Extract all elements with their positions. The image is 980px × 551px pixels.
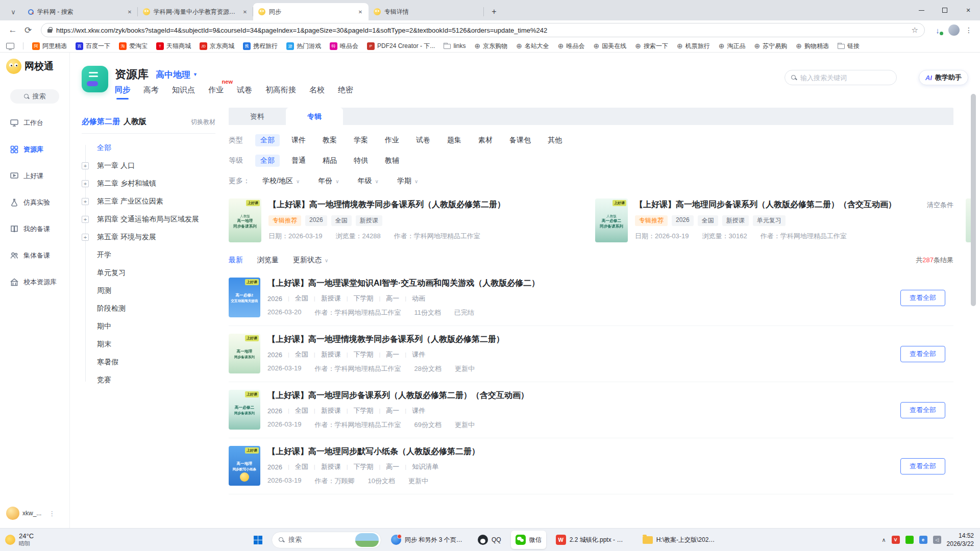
bookmark[interactable]: ⊕名站大全 bbox=[516, 42, 549, 51]
taskbar-app-wechat[interactable]: 微信 bbox=[511, 531, 546, 549]
bookmark[interactable]: ⊕京东购物 bbox=[474, 42, 507, 51]
filter-dropdown-year[interactable]: 年份∨ bbox=[318, 177, 339, 186]
filter-option[interactable]: 教案 bbox=[317, 134, 342, 146]
bookmark[interactable]: 特唯品会 bbox=[330, 42, 358, 51]
browser-tab[interactable]: 学科网 - 搜索 ✕ bbox=[22, 3, 138, 20]
search-input[interactable] bbox=[800, 74, 890, 82]
taskbar-app-browser[interactable]: 同步 和另外 3 个页面 - M bbox=[386, 531, 468, 549]
nav-tab-papers[interactable]: 试卷 bbox=[237, 85, 252, 95]
nav-tab-homework[interactable]: 作业new bbox=[208, 85, 224, 95]
tray-icon[interactable]: e bbox=[919, 536, 927, 544]
chapter-item[interactable]: 开学 bbox=[82, 246, 215, 264]
view-all-button[interactable]: 查看全部 bbox=[900, 458, 945, 474]
tray-icon[interactable] bbox=[905, 536, 914, 544]
album-list-item[interactable]: 上好课 高一地理同步默写小纸条 【上好课】高一地理同步默写小纸条（人教版必修第二… bbox=[229, 438, 953, 494]
taskbar-app-wps[interactable]: W 2.2 城镇化.pptx - WPS C bbox=[551, 531, 633, 549]
sidebar-item-school-library[interactable]: 校本资源库 bbox=[0, 269, 69, 295]
chapter-item[interactable]: 竞赛 bbox=[82, 371, 215, 389]
ai-assistant-button[interactable]: AI 教学助手 bbox=[919, 70, 968, 85]
expand-icon[interactable]: + bbox=[82, 162, 89, 169]
bookmark[interactable]: 游热门游戏 bbox=[286, 42, 321, 51]
album-list-item[interactable]: 上好课 高一必修2交互动画闯关游戏 【上好课】高一地理课堂知识AI智学·交互动画… bbox=[229, 270, 953, 326]
url-text[interactable]: https://wxt.xkw.com/zyk/books?stageId=4&… bbox=[56, 27, 908, 34]
taskbar-search-box[interactable]: 搜索 bbox=[272, 532, 381, 548]
bookmark-folder[interactable]: links bbox=[444, 42, 465, 49]
minimize-button[interactable] bbox=[910, 0, 933, 20]
sort-latest[interactable]: 最新 bbox=[229, 256, 243, 265]
bookmark[interactable]: ⊕搜索一下 bbox=[635, 42, 668, 51]
filter-dropdown-grade[interactable]: 年级∨ bbox=[358, 177, 379, 186]
filter-option[interactable]: 课件 bbox=[286, 134, 311, 146]
volume-icon[interactable]: ◁ bbox=[933, 536, 941, 544]
expand-icon[interactable]: + bbox=[82, 216, 89, 223]
filter-dropdown-region[interactable]: 学校/地区∨ bbox=[262, 177, 300, 186]
filter-option[interactable]: 素材 bbox=[473, 134, 498, 146]
clock[interactable]: 14:52 2026/3/22 bbox=[947, 532, 974, 548]
album-title[interactable]: 【上好课】高一地理情境教学同步备课系列（人教版必修第二册） bbox=[268, 199, 505, 210]
filter-option[interactable]: 其他 bbox=[543, 134, 567, 146]
filter-dropdown-term[interactable]: 学期∨ bbox=[397, 177, 418, 186]
expand-icon[interactable]: + bbox=[82, 198, 89, 205]
chapter-item[interactable]: 周测 bbox=[82, 282, 215, 299]
album-list-item[interactable]: 上好课 高一地理同步备课系列 【上好课】高一地理情境教学同步备课系列（人教版必修… bbox=[229, 326, 953, 382]
sidebar-item-my-prep[interactable]: 我的备课 bbox=[0, 216, 69, 242]
chapter-item[interactable]: 期中 bbox=[82, 317, 215, 335]
filter-option[interactable]: 普通 bbox=[286, 155, 311, 167]
browser-tab[interactable]: 学科网-海量中小学教育资源共享平 ✕ bbox=[138, 3, 253, 20]
bookmark[interactable]: PPDF24 Creator - 下... bbox=[367, 42, 435, 51]
user-menu-icon[interactable]: ⋮ bbox=[48, 510, 55, 517]
nav-tab-bridge[interactable]: 初高衔接 bbox=[265, 85, 296, 95]
sidebar-item-lesson[interactable]: 上好课 bbox=[0, 163, 69, 189]
filter-option[interactable]: 学案 bbox=[349, 134, 373, 146]
maximize-button[interactable] bbox=[933, 0, 957, 20]
browser-menu-icon[interactable]: ⋮ bbox=[963, 26, 975, 34]
chapter-item[interactable]: 单元复习 bbox=[82, 264, 215, 282]
subject-dropdown[interactable]: 高中地理 ▼ bbox=[156, 69, 198, 81]
user-account[interactable]: xkw_... ⋮ bbox=[6, 507, 55, 520]
album-title[interactable]: 【上好课】高一地理同步备课系列（人教版必修第二册）（含交互动画） bbox=[635, 199, 896, 210]
bookmark-star-icon[interactable]: ☆ bbox=[912, 26, 918, 35]
sidebar-item-group-prep[interactable]: 集体备课 bbox=[0, 242, 69, 269]
weather-widget[interactable]: 24°C 晴朗 bbox=[5, 532, 34, 547]
album-title[interactable]: 【上好课】高一地理同步默写小纸条（人教版必修第二册） bbox=[267, 446, 480, 457]
refresh-button[interactable]: ⟳ bbox=[20, 22, 36, 38]
filter-option[interactable]: 特供 bbox=[349, 155, 373, 167]
textbook-name[interactable]: 必修第二册 bbox=[82, 117, 120, 127]
filter-option[interactable]: 备课包 bbox=[504, 134, 536, 146]
browser-tab-active[interactable]: 同步 ✕ bbox=[253, 3, 369, 20]
chapter-item[interactable]: +第三章 产业区位因素 bbox=[82, 192, 215, 210]
chapter-item[interactable]: +第一章 人口 bbox=[82, 157, 215, 174]
tab-close-icon[interactable]: ✕ bbox=[126, 9, 134, 15]
taskbar-app-explorer[interactable]: H:\教案-上交版\2026第 bbox=[638, 531, 720, 549]
apps-icon[interactable] bbox=[6, 43, 14, 49]
album-title[interactable]: 【上好课】高一地理同步备课系列（人教版必修第二册）（含交互动画） bbox=[267, 390, 529, 401]
sort-update-status[interactable]: 更新状态∨ bbox=[293, 256, 328, 265]
album-list-item[interactable]: 上好课 高一必修二同步备课系列 【上好课】高一地理同步备课系列（人教版必修第二册… bbox=[229, 382, 953, 438]
filter-option[interactable]: 试卷 bbox=[411, 134, 435, 146]
bookmark[interactable]: JD京东商城 bbox=[200, 42, 234, 51]
bookmark[interactable]: ⊕国美在线 bbox=[594, 42, 627, 51]
tab-materials[interactable]: 资料 bbox=[229, 108, 286, 125]
start-button[interactable] bbox=[249, 531, 266, 548]
tab-albums[interactable]: 专辑 bbox=[286, 108, 343, 125]
bookmark[interactable]: 百百度一下 bbox=[76, 42, 110, 51]
back-button[interactable]: ← bbox=[5, 22, 20, 38]
filter-option[interactable]: 全部 bbox=[255, 134, 280, 146]
chapter-item[interactable]: 阶段检测 bbox=[82, 299, 215, 317]
sidebar-item-library[interactable]: 资源库 bbox=[0, 136, 69, 163]
nav-tab-schools[interactable]: 名校 bbox=[309, 85, 325, 95]
expand-icon[interactable]: + bbox=[82, 234, 89, 241]
downloads-button[interactable]: ↓ bbox=[930, 22, 945, 38]
featured-album-card[interactable]: 上好课 人教版高一地理同步备课系列 【上好课】高一地理情境教学同步备课系列（人教… bbox=[229, 198, 587, 242]
bookmark-folder[interactable]: 链接 bbox=[838, 42, 860, 51]
bookmark[interactable]: T天猫商城 bbox=[156, 42, 191, 51]
sidebar-item-experiment[interactable]: 仿真实验 bbox=[0, 189, 69, 216]
chapter-item[interactable]: 期末 bbox=[82, 335, 215, 353]
switch-textbook-link[interactable]: 切换教材 bbox=[191, 118, 215, 127]
chapter-item[interactable]: +第二章 乡村和城镇 bbox=[82, 174, 215, 192]
view-all-button[interactable]: 查看全部 bbox=[900, 402, 945, 418]
nav-tab-knowledge[interactable]: 知识点 bbox=[172, 85, 195, 95]
filter-option[interactable]: 全部 bbox=[255, 155, 280, 167]
browser-tab[interactable]: 专辑详情 bbox=[369, 3, 484, 20]
filter-option[interactable]: 题集 bbox=[442, 134, 467, 146]
